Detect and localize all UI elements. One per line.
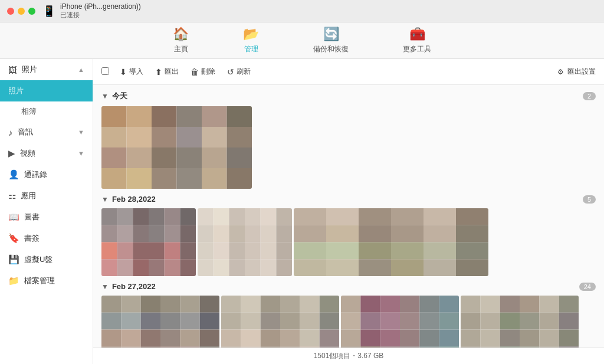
traffic-lights [7,8,35,15]
sidebar-item-music-label: 音訊 [18,127,33,137]
export-settings-button[interactable]: ⚙ 匯出設置 [557,67,596,77]
books-icon: 📖 [8,212,19,222]
main-layout: 🖼 照片 ▲ 照片 相簿 ♪ 音訊 ▼ ▶ 視頻 ▼ 👤 通訊錄 [0,59,604,364]
photo-thumbnail[interactable] [294,208,488,276]
sidebar-item-video-label: 視頻 [20,148,35,159]
sidebar-item-books[interactable]: 📖 圖書 [0,206,93,228]
chevron-feb28[interactable]: ▼ [101,195,109,204]
export-icon: ⬆ [155,67,162,77]
tab-home[interactable]: 🏠 主頁 [163,22,198,59]
sidebar-item-apps-label: 應用 [21,191,36,201]
chevron-down-icon: ▼ [78,129,84,136]
maximize-button[interactable] [28,8,35,15]
photo-thumbnail[interactable] [101,296,219,347]
sidebar-item-udisk-label: 虛擬U盤 [24,254,52,265]
photo-thumbnail[interactable] [221,296,339,347]
date-label-feb28: Feb 28,2022 [112,195,156,204]
status-text: 1501個項目・3.67 GB [314,351,384,361]
backup-icon: 🔄 [323,27,339,42]
video-icon: ▶ [8,148,15,159]
date-count-feb27: 24 [579,283,596,291]
sidebar-item-files-label: 檔案管理 [24,276,55,286]
chevron-up-icon: ▲ [78,66,84,73]
contacts-icon: 👤 [8,169,19,180]
date-label-feb27: Feb 27,2022 [112,282,156,291]
sidebar-item-files[interactable]: 📁 檔案管理 [0,270,93,291]
select-all-input[interactable] [101,67,109,75]
export-settings-label: 匯出設置 [567,67,596,77]
export-button[interactable]: ⬆ 匯出 [150,64,183,80]
sidebar-item-video[interactable]: ▶ 視頻 ▼ [0,143,93,164]
sidebar-item-udisk[interactable]: 💾 虛擬U盤 [0,249,93,270]
sidebar-item-apps[interactable]: ⚏ 應用 [0,185,93,206]
photo-thumbnail[interactable] [101,106,252,189]
udisk-icon: 💾 [8,254,19,265]
photos-category-icon: 🖼 [8,65,17,75]
refresh-button[interactable]: ↺ 刷新 [222,64,255,80]
photo-grid-feb28 [101,208,596,276]
titlebar: 📱 iPhone (iPh...generation)) 已連接 [0,0,604,22]
content-area: ⬇ 導入 ⬆ 匯出 🗑 刪除 ↺ 刷新 ⚙ 匯出設置 ▼ [93,59,604,364]
tab-home-label: 主頁 [174,44,188,54]
import-icon: ⬇ [120,67,127,77]
date-count-today: 2 [583,92,596,100]
photo-thumbnail[interactable] [198,208,292,276]
sidebar-item-contacts[interactable]: 👤 通訊錄 [0,164,93,185]
bookmarks-icon: 🔖 [8,233,19,244]
tab-tools[interactable]: 🧰 更多工具 [393,22,441,59]
photo-grid-today [101,106,596,189]
chevron-down-icon-video: ▼ [78,150,84,157]
sidebar-item-photos[interactable]: 照片 [0,80,93,101]
date-count-feb28: 5 [583,195,596,204]
sidebar-item-contacts-label: 通訊錄 [24,169,47,180]
device-name: iPhone (iPh...generation)) [60,2,141,11]
refresh-icon: ↺ [227,67,234,77]
photo-area[interactable]: ▼ 今天 2▼ Feb 28,2022 5▼ Feb 27,2022 24 [93,85,604,347]
chevron-feb27[interactable]: ▼ [101,283,109,291]
date-header-feb27: ▼ Feb 27,2022 24 [101,282,596,291]
music-icon: ♪ [8,127,13,137]
sidebar-item-photos-label: 照片 [8,86,24,96]
select-all-checkbox[interactable] [101,67,109,77]
tab-backup[interactable]: 🔄 備份和恢復 [304,22,358,59]
date-section-feb28: ▼ Feb 28,2022 5 [101,195,596,276]
nav-tabs: 🏠 主頁 📂 管理 🔄 備份和恢復 🧰 更多工具 [0,22,604,59]
delete-icon: 🗑 [191,67,199,77]
tab-manage[interactable]: 📂 管理 [234,22,268,59]
import-button[interactable]: ⬇ 導入 [115,64,148,80]
import-label: 導入 [129,67,143,77]
close-button[interactable] [7,8,14,15]
device-text: iPhone (iPh...generation)) 已連接 [60,2,141,19]
sidebar-item-bookmarks[interactable]: 🔖 書簽 [0,228,93,249]
tab-tools-label: 更多工具 [403,44,431,54]
manage-icon: 📂 [243,27,259,42]
home-icon: 🏠 [173,27,189,42]
photo-thumbnail[interactable] [461,296,579,347]
sidebar-item-album[interactable]: 相簿 [0,101,93,122]
photo-grid-feb27 [101,296,596,347]
sidebar-item-album-label: 相簿 [21,106,37,117]
date-label-today: 今天 [112,91,127,101]
date-header-feb28: ▼ Feb 28,2022 5 [101,195,596,204]
photo-thumbnail[interactable] [101,208,196,276]
tools-icon: 🧰 [409,27,425,42]
refresh-label: 刷新 [237,67,251,77]
apps-icon: ⚏ [8,191,16,201]
delete-button[interactable]: 🗑 刪除 [186,64,220,80]
tab-manage-label: 管理 [244,44,258,54]
settings-icon: ⚙ [557,68,564,76]
tab-backup-label: 備份和恢復 [313,44,349,54]
delete-label: 刪除 [201,67,215,77]
files-icon: 📁 [8,276,19,286]
sidebar-item-music[interactable]: ♪ 音訊 ▼ [0,122,93,143]
chevron-today[interactable]: ▼ [101,92,109,100]
sidebar-item-photos-category[interactable]: 🖼 照片 ▲ [0,59,93,80]
photo-thumbnail[interactable] [341,296,459,347]
device-status: 已連接 [60,11,141,19]
status-bar: 1501個項目・3.67 GB [93,347,604,364]
date-header-today: ▼ 今天 2 [101,91,596,101]
device-icon: 📱 [42,5,55,18]
toolbar: ⬇ 導入 ⬆ 匯出 🗑 刪除 ↺ 刷新 ⚙ 匯出設置 [93,59,604,85]
sidebar: 🖼 照片 ▲ 照片 相簿 ♪ 音訊 ▼ ▶ 視頻 ▼ 👤 通訊錄 [0,59,93,364]
minimize-button[interactable] [18,8,25,15]
